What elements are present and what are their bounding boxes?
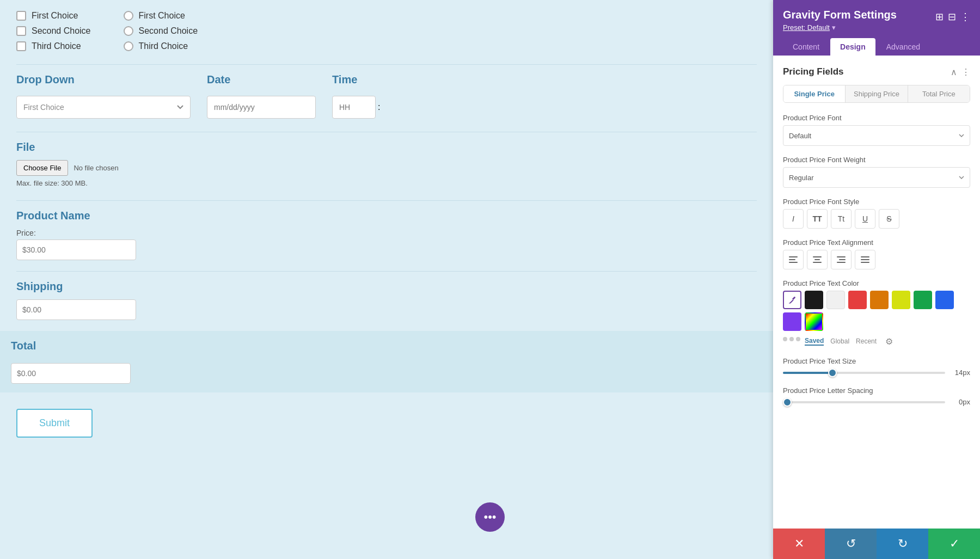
product-price-font-label: Product Price Font xyxy=(783,114,970,122)
color-swatches xyxy=(783,291,970,331)
pricing-fields-collapse-icon[interactable]: ∧ xyxy=(951,67,957,77)
product-price-font-weight-select[interactable]: Regular xyxy=(783,167,970,188)
color-purple[interactable] xyxy=(783,312,801,331)
undo-button[interactable]: ↺ xyxy=(825,529,877,559)
size-row: 14px xyxy=(783,368,970,377)
dropdown-select[interactable]: First Choice xyxy=(16,96,191,119)
radio-third-label: Third Choice xyxy=(139,41,188,51)
panel-preset: Preset: Default ▾ xyxy=(783,23,897,32)
font-italic-button[interactable]: I xyxy=(783,209,804,229)
shipping-label: Shipping xyxy=(16,280,757,293)
radio-first-icon[interactable] xyxy=(124,11,133,21)
product-price-size-label: Product Price Text Size xyxy=(783,357,970,365)
time-input[interactable] xyxy=(332,96,376,119)
shipping-input[interactable] xyxy=(16,299,136,320)
product-label: Product Name xyxy=(16,210,757,222)
checkbox-second-icon[interactable] xyxy=(16,26,26,36)
color-black[interactable] xyxy=(805,291,823,309)
panel-title: Gravity Form Settings xyxy=(783,9,897,21)
size-slider-thumb[interactable] xyxy=(828,368,837,377)
checkbox-first-icon[interactable] xyxy=(16,11,26,21)
color-tabs: Saved Global Recent ⚙ xyxy=(805,335,895,347)
dropdown-field: Drop Down First Choice xyxy=(16,73,191,119)
color-settings-button[interactable]: ⚙ xyxy=(883,335,895,347)
radio-third-choice[interactable]: Third Choice xyxy=(124,41,198,51)
dots-icon: ••• xyxy=(483,510,496,524)
radio-first-label: First Choice xyxy=(139,11,185,21)
color-orange[interactable] xyxy=(870,291,889,309)
font-underline-button[interactable]: U xyxy=(855,209,875,229)
align-right-icon xyxy=(837,256,846,263)
radio-third-icon[interactable] xyxy=(124,41,133,51)
date-label: Date xyxy=(207,73,316,86)
letter-spacing-thumb[interactable] xyxy=(783,398,792,407)
no-file-text: No file chosen xyxy=(74,164,118,172)
align-right-button[interactable] xyxy=(831,250,852,269)
choose-file-button[interactable]: Choose File xyxy=(16,160,68,176)
dots-more xyxy=(783,337,800,341)
checkbox-first-label: First Choice xyxy=(32,11,78,21)
checkbox-third-choice[interactable]: Third Choice xyxy=(16,41,91,51)
pricing-tab-single[interactable]: Single Price xyxy=(783,85,846,102)
pricing-fields-more-icon[interactable]: ⋮ xyxy=(961,67,970,77)
pricing-fields-title: Pricing Fields xyxy=(783,66,843,77)
color-tab-recent[interactable]: Recent xyxy=(856,337,877,345)
date-field: Date xyxy=(207,73,316,119)
checkbox-first-choice[interactable]: First Choice xyxy=(16,11,91,21)
checkbox-third-icon[interactable] xyxy=(16,41,26,51)
font-style-buttons: I TT Tt U S xyxy=(783,209,970,229)
floating-action-button[interactable]: ••• xyxy=(475,502,505,532)
tab-design[interactable]: Design xyxy=(830,38,875,56)
total-input[interactable] xyxy=(11,363,131,384)
date-input[interactable] xyxy=(207,96,316,119)
letter-spacing-slider[interactable] xyxy=(783,401,945,403)
align-justify-button[interactable] xyxy=(855,250,875,269)
radio-first-choice[interactable]: First Choice xyxy=(124,11,198,21)
color-tab-saved[interactable]: Saved xyxy=(805,337,824,346)
product-price-alignment-label: Product Price Text Alignment xyxy=(783,238,970,247)
letter-spacing-row: 0px xyxy=(783,398,970,406)
align-justify-icon xyxy=(861,256,869,263)
letter-spacing-value: 0px xyxy=(951,398,970,406)
panel-more-icon[interactable]: ⋮ xyxy=(960,11,970,23)
color-green[interactable] xyxy=(914,291,932,309)
color-red[interactable] xyxy=(848,291,867,309)
panel-expand-icon[interactable]: ⊞ xyxy=(935,11,944,23)
color-yellow[interactable] xyxy=(892,291,910,309)
radio-second-icon[interactable] xyxy=(124,26,133,36)
color-picker-button[interactable] xyxy=(783,291,801,309)
product-price-input[interactable] xyxy=(16,239,136,260)
save-button[interactable]: ✓ xyxy=(928,529,980,559)
pricing-tabs: Single Price Shipping Price Total Price xyxy=(783,85,970,103)
tab-content[interactable]: Content xyxy=(783,38,829,56)
color-white[interactable] xyxy=(826,291,845,309)
main-content: First Choice Second Choice Third Choice … xyxy=(0,0,773,559)
time-separator: : xyxy=(378,102,380,112)
align-center-button[interactable] xyxy=(807,250,828,269)
color-blue[interactable] xyxy=(935,291,954,309)
tab-advanced[interactable]: Advanced xyxy=(877,38,930,56)
font-bold-caps-button[interactable]: TT xyxy=(807,209,828,229)
radio-second-choice[interactable]: Second Choice xyxy=(124,26,198,36)
divider-2 xyxy=(16,132,757,132)
pricing-tab-total[interactable]: Total Price xyxy=(908,85,970,102)
cancel-button[interactable]: ✕ xyxy=(773,529,825,559)
file-input-row: Choose File No file chosen xyxy=(16,160,757,176)
alignment-buttons xyxy=(783,250,970,269)
product-price-font-select[interactable]: Default xyxy=(783,125,970,146)
color-tab-global[interactable]: Global xyxy=(830,337,849,345)
font-bold-serif-button[interactable]: Tt xyxy=(831,209,852,229)
redo-button[interactable]: ↻ xyxy=(877,529,928,559)
pricing-tab-shipping[interactable]: Shipping Price xyxy=(846,85,908,102)
size-slider[interactable] xyxy=(783,372,945,374)
panel-layout-icon[interactable]: ⊟ xyxy=(948,11,956,23)
submit-button[interactable]: Submit xyxy=(16,409,93,438)
align-left-button[interactable] xyxy=(783,250,804,269)
panel-body: Pricing Fields ∧ ⋮ Single Price Shipping… xyxy=(773,56,980,529)
size-value: 14px xyxy=(951,368,970,377)
checkbox-second-choice[interactable]: Second Choice xyxy=(16,26,91,36)
product-section: Product Name Price: xyxy=(16,210,757,260)
color-custom[interactable] xyxy=(805,312,823,331)
font-strikethrough-button[interactable]: S xyxy=(879,209,899,229)
product-price-font-group: Product Price Font Default xyxy=(783,114,970,146)
